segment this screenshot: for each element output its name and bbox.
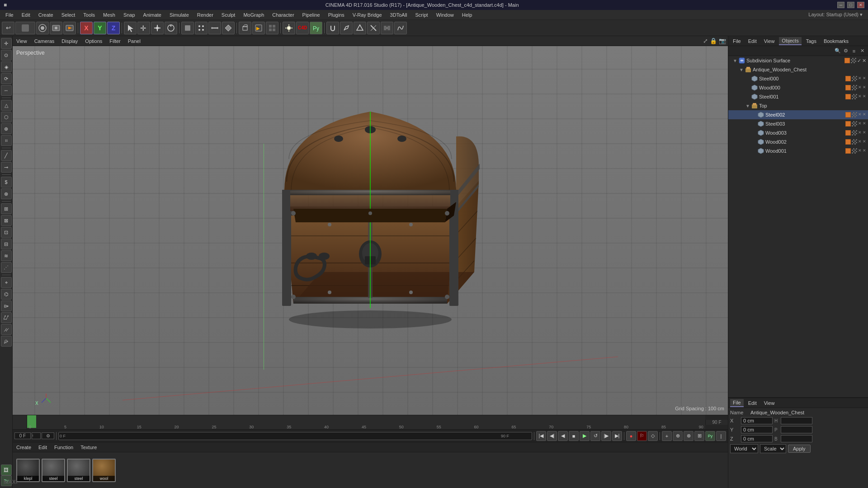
menu-script[interactable]: Script [412,11,432,19]
steel002-x1[interactable]: ✕ [858,112,862,117]
prev-keyframe-button[interactable]: ◀| [547,431,557,441]
wood003-x1[interactable]: ✕ [858,130,862,136]
tree-item-wood003[interactable]: Wood003 ✕ ✕ [728,128,868,137]
mode-x-button[interactable]: X [80,22,93,34]
go-to-start-button[interactable]: |◀ [536,431,546,441]
material-swatch-0[interactable]: klepl [16,459,40,482]
scene-filter-icon[interactable]: ⚙ [842,47,850,55]
add-keyframe-rot-button[interactable]: ⊕ [673,431,683,441]
play-loop-button[interactable]: ↺ [590,431,600,441]
attr-z-size-input[interactable] [781,435,812,442]
steel002-x2[interactable]: ✕ [863,112,866,117]
viewport-menu-display[interactable]: Display [60,38,80,44]
viewport-menu-filter[interactable]: Filter [108,38,122,44]
tree-item-wood002[interactable]: Wood002 ✕ ✕ [728,137,868,146]
material-menu-create[interactable]: Create [14,445,33,450]
menu-sculpt[interactable]: Sculpt [218,11,239,19]
knife-button[interactable] [367,22,380,34]
menu-file[interactable]: File [2,11,17,19]
tool-7[interactable]: ⬡ [1,112,12,122]
add-keyframe-scale-button[interactable]: ⊗ [684,431,693,441]
tree-item-wood001[interactable]: Wood001 ✕ ✕ [728,146,868,155]
tool-23[interactable]: ⌰ [1,312,12,323]
move-tool-button[interactable]: ✛ [137,22,150,34]
tool-12[interactable]: $ [1,177,12,188]
object-mode-button[interactable] [181,22,194,34]
menu-tools[interactable]: Tools [80,11,99,19]
menu-snap[interactable]: Snap [120,11,139,19]
tool-15[interactable]: ⊠ [1,215,12,226]
steel000-x2[interactable]: ✕ [863,76,866,81]
points-mode-button[interactable] [195,22,208,34]
tree-item-steel003[interactable]: Steel003 ✕ ✕ [728,119,868,128]
material-menu-texture[interactable]: Texture [79,445,99,450]
viewport[interactable]: Perspective [13,46,728,415]
layout-selector[interactable]: Layout: Startup (Used) ▾ [808,12,866,18]
tree-item-antique-chest[interactable]: ▼ Antique_Wooden_Chest [728,65,868,74]
tool-10[interactable]: ╱ [1,150,12,161]
menu-animate[interactable]: Animate [140,11,165,19]
attr-tab-file[interactable]: File [730,399,744,407]
menu-mesh[interactable]: Mesh [99,11,119,19]
wood000-x1[interactable]: ✕ [858,85,862,90]
wood000-x2[interactable]: ✕ [863,85,866,90]
viewport-camera-icon[interactable]: 📷 [719,38,726,44]
minimize-button[interactable]: ─ [837,2,844,8]
keyframe-button[interactable]: ◇ [648,431,658,441]
tool-21[interactable]: ⌬ [1,289,12,300]
attr-y-size-input[interactable] [781,426,812,433]
material-menu-function[interactable]: Function [52,445,75,450]
tree-item-top[interactable]: ▼ Top [728,101,868,110]
attr-tab-view[interactable]: View [761,399,778,407]
menu-window[interactable]: Window [433,11,458,19]
multi-view-button[interactable] [266,22,278,34]
scale-tool-button[interactable] [151,22,164,34]
steel003-x1[interactable]: ✕ [858,121,862,127]
timeline-ruler[interactable]: 0 5 10 15 20 25 30 35 40 45 50 55 60 65 [27,415,705,429]
material-swatch-2[interactable]: steel [67,459,90,482]
play-button[interactable]: ▶ [580,431,590,441]
steel003-x2[interactable]: ✕ [863,121,866,127]
render-active-button[interactable] [63,22,76,34]
tool-20[interactable]: ⌖ [1,277,12,288]
apply-button[interactable]: Apply [788,445,811,453]
wood001-x1[interactable]: ✕ [858,148,862,154]
viewport-menu-cameras[interactable]: Cameras [33,38,57,44]
tree-item-steel001[interactable]: Steel001 ✕ ✕ [728,92,868,101]
attr-x-pos-input[interactable] [741,417,773,424]
menu-select[interactable]: Select [58,11,79,19]
go-to-end-button[interactable]: ▶| [612,431,622,441]
steel000-x1[interactable]: ✕ [858,76,862,81]
scene-search-icon[interactable]: 🔍 [834,47,842,55]
extrude-button[interactable] [354,22,366,34]
menu-plugins[interactable]: Plugins [325,11,348,19]
attr-y-pos-input[interactable] [741,426,773,433]
end-frame-set-button[interactable]: | [716,431,726,441]
tool-move[interactable]: ✛ [1,38,12,49]
viewport-lock-icon[interactable]: 🔒 [710,38,717,44]
render-settings-button[interactable] [36,22,49,34]
scene-tab-edit[interactable]: Edit [745,38,760,45]
menu-character[interactable]: Character [269,11,297,19]
menu-render[interactable]: Render [193,11,217,19]
tool-18[interactable]: ≋ [1,250,12,261]
menu-help[interactable]: Help [458,11,476,19]
tool-texture[interactable]: 🖼 [1,465,12,475]
material-swatch-3[interactable]: wool [92,459,116,482]
tree-arrow-top[interactable]: ▼ [745,103,751,108]
tool-6[interactable]: △ [1,100,12,111]
scene-tab-tags[interactable]: Tags [803,38,819,45]
menu-vray[interactable]: V-Ray Bridge [349,11,386,19]
attr-tab-edit[interactable]: Edit [745,399,760,407]
scene-tab-view[interactable]: View [761,38,778,45]
close-button[interactable]: ✕ [857,2,864,8]
viewport-menu-options[interactable]: Options [83,38,104,44]
menu-create[interactable]: Create [35,11,57,19]
paint-button[interactable] [340,22,353,34]
rotate-tool-button[interactable] [165,22,177,34]
steel001-x1[interactable]: ✕ [858,94,862,99]
tool-8[interactable]: ⊕ [1,123,12,134]
subdivision-checkmark[interactable]: ✓ [857,58,861,64]
frame-scrubber[interactable]: 0 F 90 F [58,432,532,440]
add-keyframe-pos-button[interactable]: + [662,431,672,441]
